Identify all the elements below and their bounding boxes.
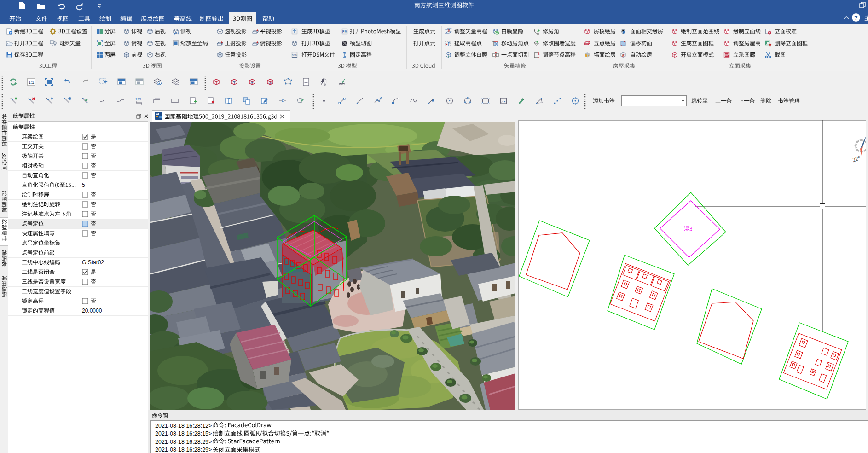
svg-text:h: h [449,29,450,32]
svg-text:PM: PM [342,30,347,33]
svg-text:h: h [538,53,540,56]
svg-text:123: 123 [135,97,141,101]
svg-text:DSM: DSM [292,54,298,57]
svg-text:00: 00 [269,81,272,84]
svg-text:?: ? [854,14,858,21]
svg-text:A: A [622,54,624,57]
svg-text:1:1: 1:1 [29,80,35,85]
